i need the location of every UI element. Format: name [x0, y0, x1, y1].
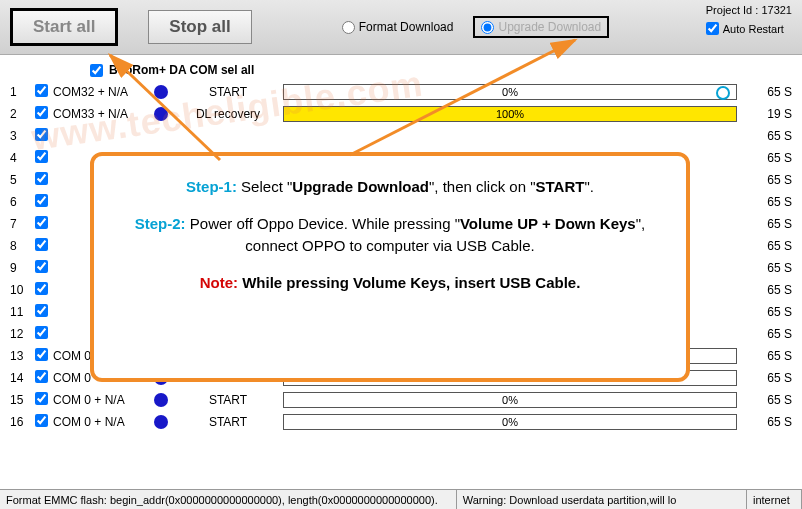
row-index: 14	[10, 371, 35, 385]
table-row: 16COM 0 + N/ASTART0%65 S	[0, 411, 802, 433]
project-id-label: Project Id : 17321	[706, 4, 792, 16]
step1-label: Step-1:	[186, 178, 237, 195]
row-status: START	[173, 85, 283, 99]
row-com: COM 0 + N/A	[53, 393, 148, 407]
toolbar: Start all Stop all Format Download Upgra…	[0, 0, 802, 55]
stop-all-button[interactable]: Stop all	[148, 10, 251, 44]
row-index: 12	[10, 327, 35, 341]
row-index: 4	[10, 151, 35, 165]
row-time: 65 S	[737, 217, 792, 231]
note-label: Note:	[200, 274, 238, 291]
row-time: 65 S	[737, 195, 792, 209]
row-com: COM32 + N/A	[53, 85, 148, 99]
select-all-label: BooRom+ DA COM sel all	[109, 63, 254, 77]
progress-bar: 100%	[283, 106, 737, 122]
row-checkbox[interactable]	[35, 84, 48, 97]
row-time: 65 S	[737, 283, 792, 297]
row-time: 65 S	[737, 151, 792, 165]
step2-label: Step-2:	[135, 215, 186, 232]
row-index: 3	[10, 129, 35, 143]
row-index: 10	[10, 283, 35, 297]
row-checkbox[interactable]	[35, 150, 48, 163]
row-com: COM 0 + N/A	[53, 415, 148, 429]
row-time: 65 S	[737, 129, 792, 143]
row-checkbox[interactable]	[35, 260, 48, 273]
status-dot-icon	[154, 107, 168, 121]
row-index: 16	[10, 415, 35, 429]
row-checkbox[interactable]	[35, 348, 48, 361]
row-time: 65 S	[737, 261, 792, 275]
row-index: 9	[10, 261, 35, 275]
row-checkbox[interactable]	[35, 216, 48, 229]
start-all-button[interactable]: Start all	[10, 8, 118, 46]
instruction-overlay: Step-1: Select "Upgrade Download", then …	[90, 152, 690, 382]
row-index: 8	[10, 239, 35, 253]
upgrade-download-radio[interactable]: Upgrade Download	[473, 16, 609, 38]
table-row: 2COM33 + N/ADL recovery100%19 S	[0, 103, 802, 125]
row-checkbox[interactable]	[35, 194, 48, 207]
row-time: 19 S	[737, 107, 792, 121]
row-time: 65 S	[737, 85, 792, 99]
table-row: 365 S	[0, 125, 802, 147]
statusbar-mid: Warning: Download userdata partition,wil…	[457, 490, 747, 509]
status-dot-icon	[154, 393, 168, 407]
row-time: 65 S	[737, 305, 792, 319]
statusbar-left: Format EMMC flash: begin_addr(0x00000000…	[0, 490, 457, 509]
row-checkbox[interactable]	[35, 370, 48, 383]
row-time: 65 S	[737, 239, 792, 253]
row-checkbox[interactable]	[35, 326, 48, 339]
auto-restart-checkbox[interactable]: Auto Restart	[706, 22, 792, 35]
format-download-radio[interactable]: Format Download	[342, 20, 454, 34]
status-dot-icon	[154, 85, 168, 99]
row-checkbox[interactable]	[35, 414, 48, 427]
select-all-row: BooRom+ DA COM sel all	[0, 55, 802, 81]
row-checkbox[interactable]	[35, 304, 48, 317]
row-checkbox[interactable]	[35, 392, 48, 405]
row-time: 65 S	[737, 393, 792, 407]
row-index: 6	[10, 195, 35, 209]
row-index: 15	[10, 393, 35, 407]
status-bar: Format EMMC flash: begin_addr(0x00000000…	[0, 489, 802, 509]
row-checkbox[interactable]	[35, 238, 48, 251]
table-row: 15COM 0 + N/ASTART0%65 S	[0, 389, 802, 411]
row-status: START	[173, 415, 283, 429]
table-row: 1COM32 + N/ASTART0%65 S	[0, 81, 802, 103]
row-index: 2	[10, 107, 35, 121]
row-time: 65 S	[737, 349, 792, 363]
row-index: 13	[10, 349, 35, 363]
ring-icon	[716, 86, 730, 100]
row-time: 65 S	[737, 327, 792, 341]
row-time: 65 S	[737, 415, 792, 429]
auto-restart-label: Auto Restart	[723, 23, 784, 35]
upgrade-download-label: Upgrade Download	[498, 20, 601, 34]
row-time: 65 S	[737, 173, 792, 187]
row-index: 1	[10, 85, 35, 99]
progress-bar: 0%	[283, 84, 737, 100]
row-status: START	[173, 393, 283, 407]
statusbar-right: internet	[747, 490, 802, 509]
select-all-checkbox[interactable]	[90, 64, 103, 77]
row-time: 65 S	[737, 371, 792, 385]
row-status: DL recovery	[173, 107, 283, 121]
progress-bar: 0%	[283, 414, 737, 430]
row-index: 5	[10, 173, 35, 187]
row-checkbox[interactable]	[35, 106, 48, 119]
progress-bar: 0%	[283, 392, 737, 408]
row-checkbox[interactable]	[35, 282, 48, 295]
row-checkbox[interactable]	[35, 172, 48, 185]
format-download-label: Format Download	[359, 20, 454, 34]
row-checkbox[interactable]	[35, 128, 48, 141]
row-com: COM33 + N/A	[53, 107, 148, 121]
row-index: 11	[10, 305, 35, 319]
row-index: 7	[10, 217, 35, 231]
status-dot-icon	[154, 415, 168, 429]
